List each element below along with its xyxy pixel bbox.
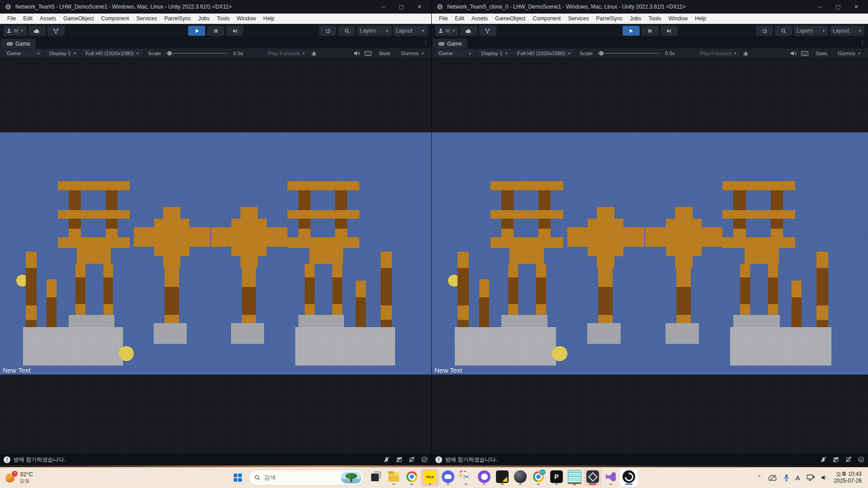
keyboard-icon[interactable]	[364, 51, 372, 56]
close-button[interactable]: ✕	[847, 0, 865, 13]
layout-dropdown[interactable]: Layout▼	[830, 26, 864, 36]
cache-server-off-icon[interactable]	[833, 456, 839, 463]
layout-dropdown[interactable]: Layout▼	[393, 26, 428, 36]
menu-help[interactable]: Help	[691, 15, 710, 22]
start-button[interactable]	[230, 470, 245, 485]
taskbar-app-obs-studio[interactable]	[620, 469, 638, 487]
menu-services[interactable]: Services	[132, 15, 160, 22]
tray-clock[interactable]: 오후 10:43 2025-07-26	[834, 471, 862, 484]
close-button[interactable]: ✕	[410, 0, 429, 13]
taskbar-app-kakaotalk[interactable]: TALK	[421, 469, 439, 487]
play-focused-dropdown[interactable]: Play Focused▼	[265, 49, 309, 57]
mute-audio-icon[interactable]	[354, 51, 360, 56]
panel-menu-icon[interactable]: ⋮	[423, 39, 429, 46]
cloud-button[interactable]	[28, 26, 46, 36]
resolution-dropdown[interactable]: Full HD (868x488)▼	[514, 49, 574, 57]
bug-icon[interactable]	[311, 51, 317, 56]
menu-component[interactable]: Component	[529, 15, 564, 22]
game-mode-dropdown[interactable]: Game▼	[4, 49, 43, 57]
display-dropdown[interactable]: Display 1▼	[46, 49, 80, 57]
menu-parrelsync[interactable]: ParrelSync	[592, 15, 626, 22]
taskbar-app-p-app[interactable]: P	[547, 469, 566, 487]
menu-edit[interactable]: Edit	[451, 15, 468, 22]
menu-assets[interactable]: Assets	[36, 15, 60, 22]
menu-window[interactable]: Window	[233, 15, 260, 22]
game-tab[interactable]: Game	[433, 39, 467, 48]
tray-overflow-chevron-icon[interactable]: ⌃	[757, 474, 762, 481]
scale-slider[interactable]	[597, 49, 660, 57]
taskbar-app-unity-editor[interactable]	[584, 469, 602, 487]
pause-button[interactable]	[207, 26, 224, 36]
panel-menu-icon[interactable]: ⋮	[859, 39, 865, 46]
keyboard-icon[interactable]	[801, 51, 808, 56]
cache-server-off-icon[interactable]	[396, 456, 402, 463]
undo-history-button[interactable]	[756, 26, 773, 36]
menu-jobs[interactable]: Jobs	[194, 15, 213, 22]
taskbar-app-task-view[interactable]	[367, 469, 385, 487]
menu-window[interactable]: Window	[665, 15, 692, 22]
cloud-button[interactable]	[460, 26, 477, 36]
network-icon[interactable]	[807, 474, 815, 481]
weather-widget[interactable]: 7 32°C 맑음	[0, 471, 38, 484]
resolution-dropdown[interactable]: Full HD (868x488)▼	[82, 49, 142, 57]
progress-check-icon[interactable]	[858, 456, 864, 463]
menu-component[interactable]: Component	[97, 15, 132, 22]
minimize-button[interactable]: ─	[811, 0, 829, 13]
undo-history-button[interactable]	[319, 26, 336, 36]
auto-refresh-off-icon[interactable]	[409, 456, 415, 463]
mute-audio-icon[interactable]	[790, 51, 797, 56]
auto-refresh-off-icon[interactable]	[845, 456, 852, 463]
pause-button[interactable]	[642, 26, 659, 36]
menu-jobs[interactable]: Jobs	[626, 15, 645, 22]
step-button[interactable]	[226, 26, 243, 36]
taskbar-search[interactable]: 검색	[248, 470, 364, 485]
debugger-off-icon[interactable]	[383, 456, 390, 463]
play-button[interactable]	[188, 26, 205, 36]
taskbar-app-file-explorer[interactable]	[385, 469, 403, 487]
account-dropdown[interactable]: 이▼	[435, 26, 458, 36]
play-focused-dropdown[interactable]: Play Focused▼	[697, 49, 741, 57]
volume-icon[interactable]	[821, 474, 828, 481]
menu-services[interactable]: Services	[564, 15, 592, 22]
menu-parrelsync[interactable]: ParrelSync	[160, 15, 194, 22]
taskbar-app-github-desktop[interactable]	[475, 469, 493, 487]
stats-button[interactable]: Stats	[379, 51, 391, 56]
microphone-icon[interactable]	[783, 474, 789, 481]
menu-help[interactable]: Help	[259, 15, 278, 22]
game-mode-dropdown[interactable]: Game▼	[435, 49, 475, 57]
taskbar-app-unity-hub[interactable]	[511, 469, 529, 487]
menu-gameobject[interactable]: GameObject	[491, 15, 529, 22]
menu-edit[interactable]: Edit	[19, 15, 36, 22]
step-button[interactable]	[660, 26, 678, 36]
maximize-button[interactable]: ▢	[829, 0, 847, 13]
progress-check-icon[interactable]	[421, 456, 428, 463]
menu-tools[interactable]: Tools	[645, 15, 665, 22]
onedrive-off-icon[interactable]	[768, 474, 777, 481]
game-tab[interactable]: Game	[1, 39, 36, 48]
layers-dropdown[interactable]: Layers▼	[357, 26, 392, 36]
menu-file[interactable]: File	[4, 15, 19, 22]
debugger-off-icon[interactable]	[820, 456, 826, 463]
taskbar-app-visual-studio[interactable]	[602, 469, 620, 487]
layers-dropdown[interactable]: Layers▼	[794, 26, 828, 36]
taskbar-app-notepad[interactable]	[566, 469, 584, 487]
ime-language-indicator[interactable]: A	[796, 474, 800, 482]
bug-icon[interactable]	[743, 51, 749, 56]
version-control-button[interactable]	[47, 26, 65, 36]
scale-slider[interactable]	[165, 49, 229, 57]
taskbar-app-chrome[interactable]	[403, 469, 421, 487]
version-control-button[interactable]	[479, 26, 496, 36]
gizmos-dropdown[interactable]: Gizmos▼	[398, 49, 428, 57]
search-button[interactable]	[775, 26, 792, 36]
account-dropdown[interactable]: 이▼	[4, 26, 27, 36]
menu-assets[interactable]: Assets	[468, 15, 491, 22]
search-button[interactable]	[338, 26, 355, 36]
play-button[interactable]	[623, 26, 640, 36]
stats-button[interactable]: Stats	[816, 51, 827, 56]
gizmos-dropdown[interactable]: Gizmos▼	[835, 49, 864, 57]
taskbar-app-chrome-profile[interactable]: 저우	[529, 469, 547, 487]
menu-file[interactable]: File	[435, 15, 451, 22]
taskbar-app-snipping-tool[interactable]: ✂	[457, 469, 475, 487]
maximize-button[interactable]: ▢	[392, 0, 410, 13]
display-dropdown[interactable]: Display 1▼	[478, 49, 511, 57]
